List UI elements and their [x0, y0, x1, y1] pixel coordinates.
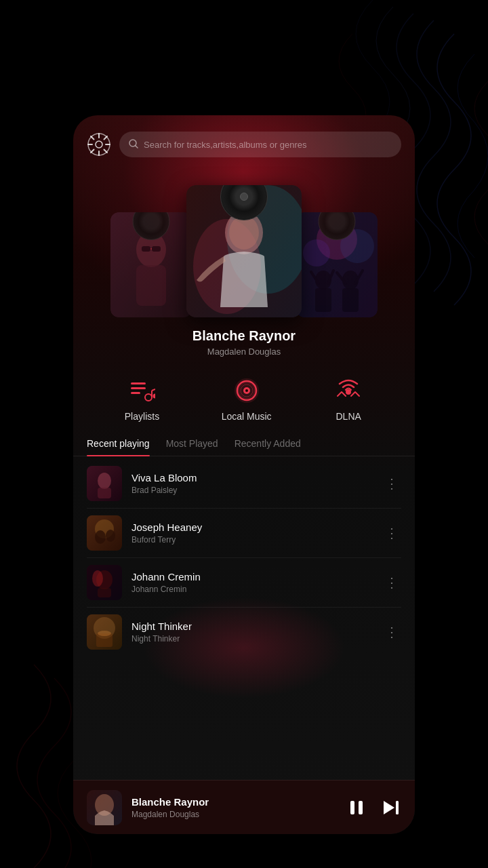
- svg-rect-36: [131, 382, 146, 384]
- track-title-1: Viva La Bloom: [131, 472, 373, 484]
- svg-rect-60: [98, 588, 111, 597]
- now-playing-info: Blanche Raynor Magdalen Douglas: [73, 317, 415, 362]
- svg-point-39: [145, 394, 152, 401]
- track-title-2: Joseph Heaney: [131, 521, 373, 533]
- svg-line-7: [104, 150, 108, 153]
- track-more-button-1[interactable]: ⋮: [382, 475, 401, 492]
- svg-point-1: [96, 141, 102, 148]
- playlists-label: Playlists: [125, 411, 159, 422]
- album-carousel: [73, 168, 415, 317]
- svg-point-42: [153, 394, 156, 399]
- featured-title: Blanche Raynor: [87, 328, 401, 344]
- local-music-label: Local Music: [222, 411, 272, 422]
- tab-recent-playing[interactable]: Recent playing: [87, 433, 150, 456]
- track-more-button-3[interactable]: ⋮: [382, 574, 401, 591]
- track-artist-1: Brad Paisley: [131, 486, 373, 495]
- svg-marker-69: [384, 801, 394, 814]
- track-thumb-3: [87, 565, 122, 600]
- svg-rect-67: [350, 801, 354, 814]
- track-artist-2: Buford Terry: [131, 535, 373, 545]
- dlna-label: DLNA: [336, 411, 361, 422]
- svg-line-9: [91, 150, 94, 153]
- track-more-button-2[interactable]: ⋮: [382, 525, 401, 541]
- track-info-4: Night Thinker Night Thinker: [131, 620, 373, 644]
- track-more-button-4[interactable]: ⋮: [382, 624, 401, 640]
- svg-point-56: [106, 530, 115, 542]
- svg-rect-70: [396, 801, 399, 814]
- track-thumb-2: [87, 515, 122, 551]
- svg-point-46: [245, 389, 248, 392]
- svg-rect-37: [131, 387, 146, 389]
- album-right[interactable]: [296, 212, 378, 317]
- local-music-icon: [232, 376, 262, 406]
- track-item[interactable]: Viva La Bloom Brad Paisley ⋮: [73, 459, 415, 508]
- category-local-music[interactable]: Local Music: [222, 376, 272, 422]
- tab-most-played[interactable]: Most Played: [166, 433, 218, 456]
- track-item[interactable]: Joseph Heaney Buford Terry ⋮: [73, 509, 415, 557]
- track-thumb-4: [87, 614, 122, 650]
- track-item[interactable]: Night Thinker Night Thinker ⋮: [73, 608, 415, 656]
- track-title-3: Johann Cremin: [131, 571, 373, 583]
- svg-point-59: [92, 570, 103, 587]
- player-artist: Magdalen Douglas: [131, 810, 336, 819]
- svg-point-26: [303, 239, 330, 267]
- app-card: Search for tracks,artists,albums or genr…: [73, 115, 415, 834]
- tabs-row: Recent playing Most Played Recently Adde…: [73, 433, 415, 456]
- dlna-icon: [333, 376, 363, 406]
- pause-button[interactable]: [346, 797, 367, 818]
- track-artist-4: Night Thinker: [131, 634, 373, 644]
- tab-recently-added[interactable]: Recently Added: [235, 433, 301, 456]
- search-icon: [129, 139, 138, 151]
- album-left[interactable]: [110, 212, 192, 317]
- svg-line-8: [104, 136, 108, 140]
- player-info: Blanche Raynor Magdalen Douglas: [131, 796, 336, 819]
- svg-rect-33: [342, 288, 359, 312]
- track-title-4: Night Thinker: [131, 620, 373, 632]
- category-dlna[interactable]: DLNA: [333, 376, 363, 422]
- svg-rect-52: [98, 488, 111, 498]
- track-info-1: Viva La Bloom Brad Paisley: [131, 472, 373, 495]
- track-item[interactable]: Johann Cremin Johann Cremin ⋮: [73, 558, 415, 607]
- settings-button[interactable]: [87, 132, 111, 157]
- player-controls: [346, 797, 401, 818]
- track-info-3: Johann Cremin Johann Cremin: [131, 571, 373, 594]
- category-playlists[interactable]: Playlists: [125, 376, 159, 422]
- player-bar: Blanche Raynor Magdalen Douglas: [73, 780, 415, 834]
- search-placeholder: Search for tracks,artists,albums or genr…: [144, 140, 307, 150]
- track-artist-3: Johann Cremin: [131, 585, 373, 594]
- svg-rect-29: [315, 288, 331, 312]
- search-bar[interactable]: Search for tracks,artists,albums or genr…: [119, 132, 401, 157]
- header: Search for tracks,artists,albums or genr…: [73, 115, 415, 168]
- svg-point-64: [98, 631, 111, 636]
- player-title: Blanche Raynor: [131, 796, 336, 808]
- svg-rect-68: [359, 801, 363, 814]
- album-center[interactable]: [186, 185, 302, 317]
- player-thumb: [87, 790, 122, 825]
- featured-artist: Magdalen Douglas: [87, 347, 401, 357]
- track-list: Viva La Bloom Brad Paisley ⋮: [73, 459, 415, 656]
- skip-next-button[interactable]: [380, 797, 401, 818]
- svg-line-41: [152, 389, 155, 391]
- svg-rect-38: [131, 392, 140, 394]
- svg-line-6: [91, 136, 94, 140]
- svg-point-55: [95, 530, 106, 544]
- playlist-icon: [127, 376, 157, 406]
- track-thumb-1: [87, 466, 122, 501]
- track-info-2: Joseph Heaney Buford Terry: [131, 521, 373, 545]
- svg-point-23: [229, 216, 259, 250]
- svg-point-51: [98, 473, 111, 489]
- svg-line-11: [136, 146, 138, 148]
- category-row: Playlists Local Music: [73, 362, 415, 433]
